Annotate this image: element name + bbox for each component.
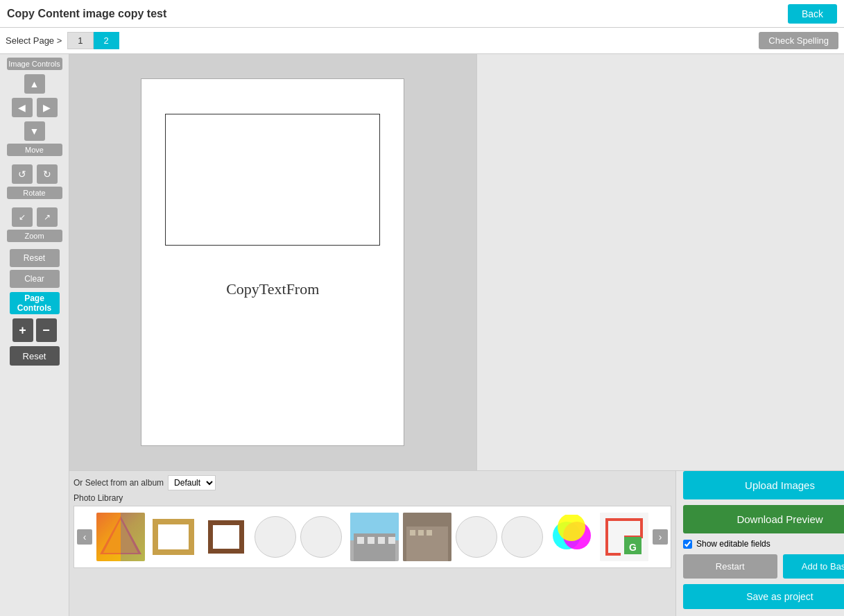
image-box[interactable] bbox=[165, 114, 380, 246]
bottom-area: Or Select from an album Default Photo Li… bbox=[69, 470, 844, 616]
thumb-1[interactable] bbox=[96, 513, 145, 561]
thumb-1-icon bbox=[96, 513, 145, 561]
photo-strip: ‹ bbox=[74, 506, 671, 568]
frame-gold-icon bbox=[153, 519, 194, 555]
album-select-row: Or Select from an album Default bbox=[74, 475, 671, 490]
svg-rect-6 bbox=[357, 537, 364, 544]
zoom-label: Zoom bbox=[7, 230, 62, 242]
download-preview-button[interactable]: Download Preview bbox=[683, 505, 844, 533]
building-2-icon bbox=[403, 513, 451, 561]
page-tab-1[interactable]: 1 bbox=[67, 32, 93, 49]
check-spelling-button[interactable]: Check Spelling bbox=[759, 32, 838, 49]
add-to-basket-button[interactable]: Add to Basket bbox=[783, 554, 845, 579]
show-editable-row: Show editable fields bbox=[683, 539, 844, 549]
thumb-circle-1[interactable] bbox=[255, 516, 296, 558]
thumb-3[interactable] bbox=[202, 513, 250, 561]
album-select[interactable]: Default bbox=[168, 475, 216, 490]
restart-button[interactable]: Restart bbox=[683, 554, 777, 579]
thumb-circle-3[interactable] bbox=[456, 516, 497, 558]
rotate-row: ↺ ↻ bbox=[10, 163, 59, 185]
page-title: Copy Content image copy test bbox=[7, 8, 166, 20]
copy-text: CopyTextFrom bbox=[226, 280, 319, 298]
svg-rect-8 bbox=[378, 537, 385, 544]
frame-brown-icon bbox=[208, 520, 244, 554]
canvas-area: CopyTextFrom bbox=[69, 54, 476, 470]
move-right-button[interactable]: ▶ bbox=[37, 98, 58, 117]
rotate-cw-button[interactable]: ↻ bbox=[37, 164, 58, 184]
action-row: Restart Add to Basket bbox=[683, 554, 844, 579]
cmyk-icon bbox=[549, 515, 594, 560]
svg-rect-2 bbox=[96, 513, 121, 561]
sidebar: Image Controls ▲ ◀ ▶ ▼ Move ↺ ↻ Rotate ↙… bbox=[0, 54, 69, 616]
svg-rect-3 bbox=[121, 513, 145, 561]
move-label: Move bbox=[7, 144, 62, 156]
move-up-row: ▲ bbox=[23, 73, 46, 95]
svg-rect-12 bbox=[410, 530, 415, 536]
right-panel-top bbox=[476, 54, 845, 470]
thumb-2[interactable] bbox=[149, 513, 198, 561]
move-lr-row: ◀ ▶ bbox=[10, 96, 59, 119]
page-tab-2[interactable]: 2 bbox=[94, 32, 119, 49]
reset-button[interactable]: Reset bbox=[10, 249, 60, 267]
minus-button[interactable]: − bbox=[36, 318, 57, 342]
page-preview: CopyTextFrom bbox=[141, 78, 404, 446]
thumb-g[interactable]: G bbox=[600, 513, 648, 561]
clear-button[interactable]: Clear bbox=[10, 270, 60, 288]
reset-big-button[interactable]: Reset bbox=[10, 346, 60, 366]
show-editable-checkbox[interactable] bbox=[683, 540, 692, 549]
zoom-out-button[interactable]: ↙ bbox=[12, 207, 33, 227]
zoom-row: ↙ ↗ bbox=[10, 206, 59, 228]
header: Copy Content image copy test Back bbox=[0, 0, 844, 28]
main-area: Image Controls ▲ ◀ ▶ ▼ Move ↺ ↻ Rotate ↙… bbox=[0, 54, 844, 616]
save-project-button[interactable]: Save as project bbox=[683, 584, 844, 609]
thumb-building-1[interactable] bbox=[350, 513, 399, 561]
thumb-circle-2[interactable] bbox=[300, 516, 342, 558]
thumb-building-2[interactable] bbox=[403, 513, 451, 561]
photo-library-label: Photo Library bbox=[74, 493, 671, 503]
move-left-button[interactable]: ◀ bbox=[12, 98, 33, 117]
right-buttons-panel: Upload Images Download Preview Show edit… bbox=[675, 471, 844, 616]
select-page-label: Select Page > bbox=[6, 35, 62, 46]
upload-images-button[interactable]: Upload Images bbox=[683, 471, 844, 499]
next-arrow-button[interactable]: › bbox=[653, 529, 668, 545]
zoom-in-button[interactable]: ↗ bbox=[37, 207, 58, 227]
show-editable-label: Show editable fields bbox=[696, 539, 770, 549]
move-down-row: ▼ bbox=[23, 120, 46, 142]
move-up-button[interactable]: ▲ bbox=[24, 74, 45, 94]
album-label: Or Select from an album bbox=[74, 478, 164, 488]
svg-rect-7 bbox=[368, 537, 374, 544]
svg-rect-14 bbox=[427, 530, 432, 536]
plus-minus-row: + − bbox=[12, 318, 57, 342]
page-controls-button[interactable]: Page Controls bbox=[10, 292, 60, 314]
tabs-bar: Select Page > 1 2 Check Spelling bbox=[0, 28, 844, 54]
rotate-ccw-button[interactable]: ↺ bbox=[12, 164, 33, 184]
move-down-button[interactable]: ▼ bbox=[24, 121, 45, 141]
building-1-icon bbox=[350, 513, 399, 561]
back-button[interactable]: Back bbox=[788, 4, 837, 24]
photo-library-panel: Or Select from an album Default Photo Li… bbox=[69, 471, 675, 616]
plus-button[interactable]: + bbox=[12, 318, 33, 342]
prev-arrow-button[interactable]: ‹ bbox=[77, 529, 92, 545]
svg-rect-9 bbox=[388, 537, 395, 544]
image-controls-label: Image Controls bbox=[7, 58, 62, 70]
thumb-cmyk[interactable] bbox=[547, 513, 596, 561]
rotate-label: Rotate bbox=[7, 187, 62, 199]
svg-text:G: G bbox=[629, 542, 637, 553]
g-thumb-icon: G bbox=[600, 513, 648, 561]
thumb-circle-4[interactable] bbox=[501, 516, 543, 558]
svg-rect-13 bbox=[418, 530, 424, 536]
